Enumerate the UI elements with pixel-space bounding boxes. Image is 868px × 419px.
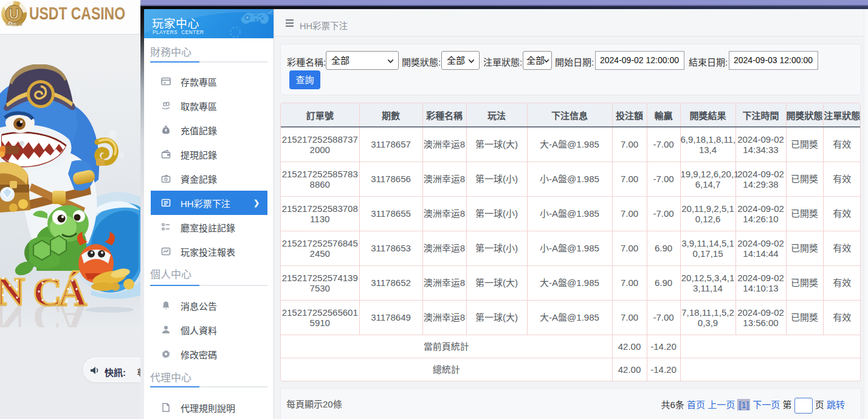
svg-text:U: U [9, 5, 19, 22]
svg-text:N: N [0, 296, 25, 327]
svg-text:USDT CASINO: USDT CASINO [29, 3, 125, 23]
svg-text:CASINO: CASINO [5, 22, 22, 26]
svg-text:Á: Á [58, 296, 87, 327]
